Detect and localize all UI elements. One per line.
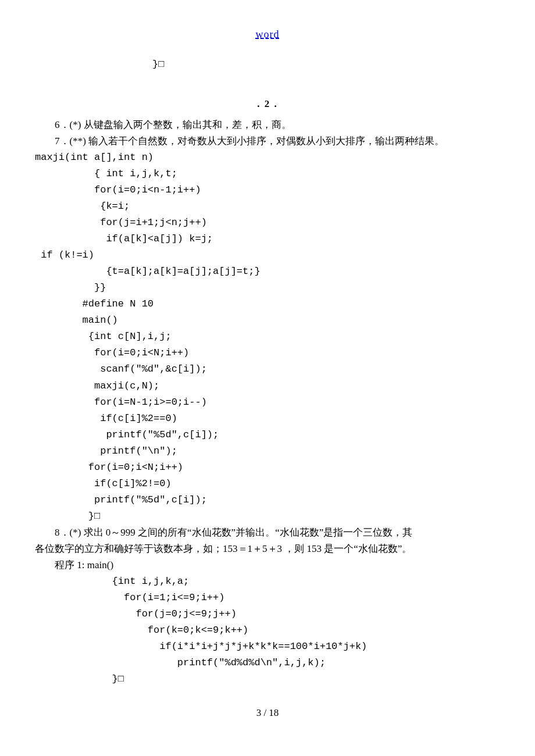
section-number: . 2 . — [35, 96, 500, 112]
code7-l09: }} — [35, 280, 500, 296]
page-content: word }□ . 2 . 6．(*) 从键盘输入两个整数，输出其和，差，积，商… — [0, 0, 535, 739]
code8-l07-wrap: }□ — [35, 671, 500, 687]
question-8-line1: 8．(*) 求出 0～999 之间的所有“水仙花数”并输出。“水仙花数”是指一个… — [35, 525, 500, 541]
question-6: 6．(*) 从键盘输入两个整数，输出其和，差，积，商。 — [35, 117, 500, 133]
code7-l23: } — [35, 511, 94, 522]
question-8-line2: 各位数字的立方和确好等于该数本身，如；153＝1＋5＋3 ，则 153 是一个“… — [35, 541, 500, 557]
code7-l08: {t=a[k];a[k]=a[j];a[j]=t;} — [35, 263, 500, 280]
code7-l04: {k=i; — [35, 198, 500, 215]
code7-l23-wrap: }□ — [35, 508, 500, 525]
code7-l12: {int c[N],i,j; — [35, 329, 500, 345]
code7-l21: if(c[i]%2!=0) — [35, 476, 500, 492]
code8-l06: printf("%d%d%d\n",i,j,k); — [35, 655, 500, 671]
page-footer: 3 / 18 — [35, 705, 500, 721]
program-1-label: 程序 1: main() — [35, 557, 500, 573]
code7-l14: scanf("%d",&c[i]); — [35, 361, 500, 377]
code7-l07: if (k!=i) — [35, 247, 500, 263]
code7-l02: { int i,j,k,t; — [35, 166, 500, 182]
code7-l22: printf("%5d",c[i]); — [35, 492, 500, 508]
code7-l18: printf("%5d",c[i]); — [35, 427, 500, 443]
code7-l13: for(i=0;i<N;i++) — [35, 345, 500, 361]
code8-l04: for(k=0;k<=9;k++) — [35, 622, 500, 639]
code8-l02: for(i=1;i<=9;i++) — [35, 590, 500, 606]
code8-l05: if(i*i*i+j*j*j+k*k*k==100*i+10*j+k) — [35, 639, 500, 655]
code7-l15: maxji(c,N); — [35, 378, 500, 394]
code7-l10: #define N 10 — [35, 296, 500, 312]
code8-l07: } — [35, 673, 118, 684]
code-text: } — [93, 59, 158, 70]
question-7: 7．(**) 输入若干个自然数，对奇数从大到小排序，对偶数从小到大排序，输出两种… — [35, 133, 500, 149]
code7-l17: if(c[i]%2==0) — [35, 411, 500, 427]
code7-l06: if(a[k]<a[j]) k=j; — [35, 231, 500, 247]
code8-l03: for(j=0;j<=9;j++) — [35, 606, 500, 622]
box-char: □ — [158, 59, 164, 70]
box-char: □ — [118, 673, 124, 684]
box-char: □ — [94, 511, 100, 522]
code8-l01: {int i,j,k,a; — [35, 573, 500, 590]
page-header: word — [35, 26, 500, 44]
top-code-line: }□ — [35, 56, 500, 73]
code7-l20: for(i=0;i<N;i++) — [35, 459, 500, 476]
code7-l11: main() — [35, 312, 500, 329]
code7-l03: for(i=0;i<n-1;i++) — [35, 182, 500, 198]
code7-l01: maxji(int a[],int n) — [35, 149, 500, 166]
code7-l19: printf("\n"); — [35, 443, 500, 459]
code7-l16: for(i=N-1;i>=0;i--) — [35, 394, 500, 411]
code7-l05: for(j=i+1;j<n;j++) — [35, 215, 500, 231]
